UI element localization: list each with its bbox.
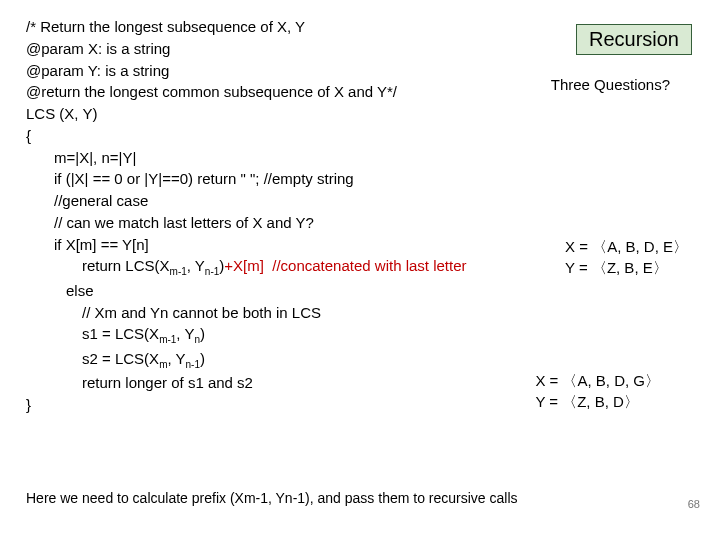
code-line: LCS (X, Y) bbox=[26, 103, 467, 125]
code-line: // Xm and Yn cannot be both in LCS bbox=[26, 302, 467, 324]
three-questions-text: Three Questions? bbox=[551, 76, 670, 93]
recursion-badge: Recursion bbox=[576, 24, 692, 55]
example-2-y: Y = 〈Z, B, D〉 bbox=[535, 391, 660, 412]
example-2-x: X = 〈A, B, D, G〉 bbox=[535, 370, 660, 391]
code-line-s1: s1 = LCS(Xm-1, Yn) bbox=[26, 323, 467, 348]
pseudocode-block: /* Return the longest subsequence of X, … bbox=[26, 16, 467, 416]
code-line: @param Y: is a string bbox=[26, 60, 467, 82]
slide: /* Return the longest subsequence of X, … bbox=[0, 0, 720, 540]
text: ) bbox=[200, 325, 205, 342]
text: return LCS(X bbox=[82, 257, 170, 274]
code-line: return longer of s1 and s2 bbox=[26, 372, 467, 394]
code-line: /* Return the longest subsequence of X, … bbox=[26, 16, 467, 38]
text: , Y bbox=[176, 325, 194, 342]
code-line: // can we match last letters of X and Y? bbox=[26, 212, 467, 234]
code-line: } bbox=[26, 394, 467, 416]
subscript: n-1 bbox=[186, 359, 200, 370]
text: s2 = LCS(X bbox=[82, 350, 159, 367]
example-1: X = 〈A, B, D, E〉 Y = 〈Z, B, E〉 bbox=[565, 236, 688, 278]
code-line-return-concat: return LCS(Xm-1, Yn-1)+X[m] //concatenat… bbox=[26, 255, 467, 280]
text: , Y bbox=[187, 257, 205, 274]
subscript: m-1 bbox=[159, 334, 176, 345]
code-line: if X[m] == Y[n] bbox=[26, 234, 467, 256]
example-1-x: X = 〈A, B, D, E〉 bbox=[565, 236, 688, 257]
code-line: @return the longest common subsequence o… bbox=[26, 81, 467, 103]
text: ) bbox=[200, 350, 205, 367]
subscript: n-1 bbox=[205, 266, 219, 277]
code-line-s2: s2 = LCS(Xm, Yn-1) bbox=[26, 348, 467, 373]
code-line: m=|X|, n=|Y| bbox=[26, 147, 467, 169]
code-line: else bbox=[26, 280, 467, 302]
code-line: { bbox=[26, 125, 467, 147]
example-1-y: Y = 〈Z, B, E〉 bbox=[565, 257, 688, 278]
highlight-text: +X[m] //concatenated with last letter bbox=[224, 257, 466, 274]
example-2: X = 〈A, B, D, G〉 Y = 〈Z, B, D〉 bbox=[535, 370, 660, 412]
code-line: @param X: is a string bbox=[26, 38, 467, 60]
code-line: //general case bbox=[26, 190, 467, 212]
text: s1 = LCS(X bbox=[82, 325, 159, 342]
subscript: m-1 bbox=[170, 266, 187, 277]
footer-note: Here we need to calculate prefix (Xm-1, … bbox=[26, 490, 518, 506]
code-line: if (|X| == 0 or |Y|==0) return " "; //em… bbox=[26, 168, 467, 190]
page-number: 68 bbox=[688, 498, 700, 510]
text: , Y bbox=[167, 350, 185, 367]
